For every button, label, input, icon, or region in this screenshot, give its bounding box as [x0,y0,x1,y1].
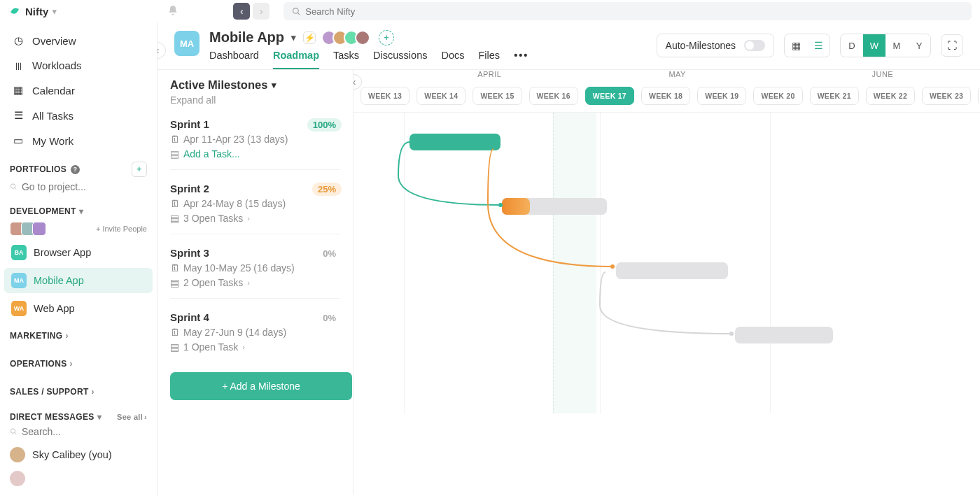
dms-header[interactable]: DIRECT MESSAGES▾ See all› [0,404,157,425]
milestone-tasks[interactable]: 1 Open Task [183,341,238,353]
gantt-track-sprint4[interactable] [735,327,833,343]
project-badge: BA [11,245,27,260]
week-chip[interactable]: WEEK 21 [810,87,859,105]
marketing-header[interactable]: MARKETING› [0,323,157,343]
week-chip[interactable]: WEEK 19 [697,87,746,105]
list-view-button[interactable]: ☰ [807,34,830,57]
dms-search-input[interactable] [22,426,147,437]
milestone-dates: May 10-May 25 (16 days) [183,262,295,274]
sidebar: ◷Overview ⫼Workloads ▦Calendar ☰All Task… [0,22,158,496]
dm-item[interactable] [0,467,157,490]
development-header[interactable]: DEVELOPMENT▾ [0,198,157,219]
week-chip[interactable]: WEEK 17 [585,87,634,105]
tab-more-button[interactable]: ••• [514,50,528,69]
week-chip[interactable]: WEEK 15 [472,87,522,105]
milestones-heading[interactable]: Active Milestones ▾ [170,78,340,92]
dms-search[interactable] [0,425,157,443]
milestone-row[interactable]: Sprint 2 25% 🗓Apr 24-May 8 (15 days) ▤3 … [170,170,340,234]
add-member-button[interactable]: + [379,30,394,45]
goto-project-input[interactable] [22,181,147,192]
milestone-tasks[interactable]: 3 Open Tasks [183,213,243,224]
history-back-button[interactable]: ‹ [233,3,250,20]
tab-roadmap[interactable]: Roadmap [273,50,319,69]
tab-files[interactable]: Files [479,50,500,69]
grid-view-button[interactable]: ▦ [785,34,807,57]
nav-workloads[interactable]: ⫼Workloads [0,53,157,78]
invite-people-link[interactable]: + Invite People [96,225,147,233]
avatar [10,447,25,462]
nav-my-work[interactable]: ▭My Work [0,128,157,153]
gauge-icon: ◷ [13,34,24,47]
nav-all-tasks[interactable]: ☰All Tasks [0,103,157,128]
add-milestone-button[interactable]: + Add a Milestone [170,372,352,400]
sales-support-header[interactable]: SALES / SUPPORT› [0,371,157,399]
week-chip[interactable]: WEEK 14 [416,87,465,105]
milestone-row[interactable]: Sprint 1 100% 🗓Apr 11-Apr 23 (13 days) ▤… [170,106,340,170]
tab-discussions[interactable]: Discussions [373,50,427,69]
timeline[interactable]: ‹ APRIL MAY JUNE WEEK 13 WEEK 14 WEEK 15… [354,70,980,495]
auto-milestones-toggle[interactable]: Auto-Milestones [657,34,774,57]
week-chip[interactable]: WEEK 16 [529,87,578,105]
week-chip[interactable]: WEEK 20 [753,87,802,105]
zoom-week-button[interactable]: W [863,34,886,57]
project-name: Web App [34,303,75,314]
calendar-icon: 🗓 [170,262,179,274]
week-chip[interactable]: WEEK 23 [922,87,971,105]
operations-header[interactable]: OPERATIONS› [0,343,157,371]
topbar: Nifty ▾ ‹ › [0,0,980,22]
gantt-chart [354,113,980,413]
auto-milestones-label: Auto-Milestones [666,40,736,51]
project-name: Mobile App [34,275,84,286]
nav-calendar[interactable]: ▦Calendar [0,78,157,103]
dm-item[interactable]: Sky Calibey (you) [0,443,157,467]
project-item-browser-app[interactable]: BA Browser App [4,240,153,265]
toggle-icon [744,40,765,51]
milestone-name: Sprint 3 [170,247,340,259]
chevron-down-icon[interactable]: ▾ [291,32,296,43]
milestone-add-task-link[interactable]: Add a Task... [183,148,240,160]
zoom-month-button[interactable]: M [886,34,908,57]
zoom-level: D W M Y [840,34,931,57]
tab-tasks[interactable]: Tasks [333,50,359,69]
svg-line-1 [298,13,300,15]
dms-see-all-link[interactable]: See all› [117,413,147,421]
bell-icon[interactable] [167,5,178,18]
search-input[interactable] [305,6,963,17]
milestone-row[interactable]: Sprint 4 0% 🗓May 27-Jun 9 (14 days) ▤1 O… [170,299,340,362]
goto-project[interactable] [0,180,157,198]
automation-icon[interactable]: ⚡ [303,31,316,44]
nav-overview[interactable]: ◷Overview [0,28,157,53]
connector [598,271,746,341]
milestone-row[interactable]: Sprint 3 0% 🗓May 10-May 25 (16 days) ▤2 … [170,234,340,299]
fullscreen-button[interactable]: ⛶ [941,34,963,57]
tab-docs[interactable]: Docs [441,50,464,69]
svg-point-0 [293,8,299,13]
avatar [10,471,25,486]
project-title[interactable]: Mobile App [209,29,284,45]
week-chip[interactable]: WEEK 13 [360,87,410,105]
project-item-web-app[interactable]: WA Web App [4,296,153,321]
add-portfolio-button[interactable]: + [132,162,147,177]
week-chip[interactable]: WEEK 18 [641,87,690,105]
milestone-percent: 0% [317,311,342,325]
svg-line-5 [15,432,16,434]
help-icon[interactable]: ? [71,165,80,174]
tab-dashboard[interactable]: Dashboard [209,50,259,69]
marketing-label: MARKETING [10,331,62,341]
roadmap: Active Milestones ▾ Expand all Sprint 1 … [158,70,980,495]
project-members[interactable] [326,30,370,45]
week-chip[interactable]: WEEK 22 [866,87,915,105]
search-bar[interactable] [284,2,972,20]
milestone-tasks[interactable]: 2 Open Tasks [183,277,243,288]
gridline [770,113,771,413]
history-forward-button[interactable]: › [253,3,270,20]
expand-all-link[interactable]: Expand all [170,94,340,106]
milestone-dates: Apr 24-May 8 (15 days) [183,198,286,209]
zoom-year-button[interactable]: Y [908,34,930,57]
zoom-day-button[interactable]: D [841,34,863,57]
task-icon: ▤ [170,277,179,288]
brand[interactable]: Nifty ▾ [8,5,57,17]
project-item-mobile-app[interactable]: MA Mobile App [4,268,153,293]
nav-my-work-label: My Work [32,135,74,147]
project-title-row: Mobile App ▾ ⚡ + [209,29,528,45]
